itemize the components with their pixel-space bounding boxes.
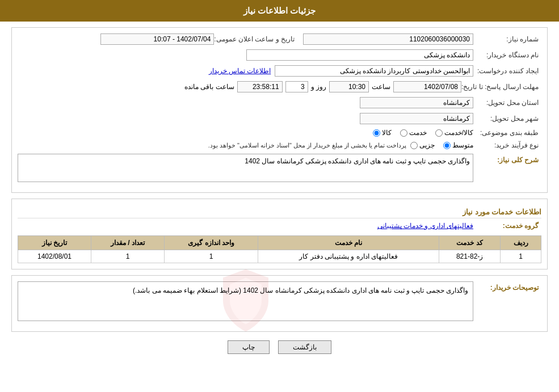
button-row: بازگشت چاپ: [11, 340, 548, 354]
table-body: 1ز-82-821فعالیتهای اداره و پشتیبانی دفتر…: [18, 250, 541, 263]
cell-name: فعالیتهای اداره و پشتیبانی دفتر کار: [258, 250, 439, 263]
category-label: طبقه بندی موضوعی:: [473, 129, 541, 137]
buyer-notes-label: توصیحات خریدار:: [473, 281, 541, 292]
cell-unit: 1: [164, 250, 258, 263]
service-group-label: گروه خدمت:: [473, 222, 541, 230]
deadline-time-input[interactable]: [329, 81, 369, 92]
services-section: اطلاعات خدمات مورد نیاز گروه خدمت: فعالی…: [11, 199, 548, 269]
city-input[interactable]: [360, 113, 473, 124]
page-title: جزئیات اطلاعات نیاز: [243, 6, 316, 15]
announce-label: تاریخ و ساعت اعلان عمومی:: [214, 35, 297, 43]
purchase-type-radio-group: متوسط جزیی: [410, 141, 473, 149]
announce-input[interactable]: [100, 33, 214, 45]
col-unit: واحد اندازه گیری: [164, 236, 258, 250]
row-need-description: شرح کلی نیاز:: [18, 154, 541, 182]
province-input[interactable]: [360, 97, 473, 108]
deadline-label: مهلت ارسال پاسخ: تا تاریخ:: [461, 83, 541, 91]
cell-quantity: 1: [91, 250, 165, 263]
category-option-kala-khedmat[interactable]: کالا/خدمت: [435, 129, 473, 137]
buyer-notes-section: توصیحات خریدار: واگذاری حجمی تایپ و ثبت …: [11, 275, 548, 332]
services-title: اطلاعات خدمات مورد نیاز: [18, 205, 541, 218]
col-name: نام خدمت: [258, 236, 439, 250]
jozi-label: جزیی: [419, 141, 435, 149]
services-table: ردیف کد خدمت نام خدمت واحد اندازه گیری ت…: [18, 235, 541, 263]
service-group-value[interactable]: فعالیتهای اداری و خدمات پشتیبانی: [377, 222, 473, 230]
row-creator: ایجاد کننده درخواست: اطلاعات تماس خریدار: [18, 65, 541, 77]
back-button[interactable]: بازگشت: [278, 340, 331, 354]
radio-kala[interactable]: [373, 129, 380, 137]
row-city: شهر محل تحویل:: [18, 113, 541, 124]
need-description-label: شرح کلی نیاز:: [473, 154, 541, 164]
col-row: ردیف: [501, 236, 541, 250]
payment-note: پرداخت تمام یا بخشی از مبلغ خریدار از مح…: [208, 142, 407, 149]
motavasset-label: متوسط: [452, 141, 473, 149]
need-description-textarea[interactable]: [18, 154, 473, 182]
order-number-label: شماره نیاز:: [473, 35, 541, 43]
cell-date: 1402/08/01: [18, 250, 91, 263]
radio-jozi[interactable]: [410, 142, 418, 149]
buyer-input[interactable]: [246, 49, 473, 61]
col-date: تاریخ نیاز: [18, 236, 91, 250]
purchase-type-label: نوع فرآیند خرید:: [473, 141, 541, 149]
deadline-days-input[interactable]: [285, 81, 308, 92]
contact-link[interactable]: اطلاعات تماس خریدار: [209, 67, 271, 75]
row-buyer: نام دستگاه خریدار:: [18, 49, 541, 61]
category-option-khedmat[interactable]: خدمت: [400, 129, 427, 137]
row-purchase-type: نوع فرآیند خرید: متوسط جزیی پرداخت تمام …: [18, 141, 541, 149]
buyer-notes-text: واگذاری حجمی تایپ و ثبت نامه های اداری د…: [133, 286, 468, 294]
order-number-input[interactable]: [303, 33, 473, 45]
purchase-type-option-jozi[interactable]: جزیی: [410, 141, 435, 149]
main-form-section: شماره نیاز: تاریخ و ساعت اعلان عمومی: نا…: [11, 27, 548, 193]
category-option-kala[interactable]: کالا: [373, 129, 392, 137]
row-province: استان محل تحویل:: [18, 97, 541, 108]
row-deadline: مهلت ارسال پاسخ: تا تاریخ: ساعت روز و سا…: [18, 81, 541, 92]
buyer-notes-box: واگذاری حجمی تایپ و ثبت نامه های اداری د…: [18, 281, 473, 321]
table-row: 1ز-82-821فعالیتهای اداره و پشتیبانی دفتر…: [18, 250, 541, 263]
province-label: استان محل تحویل:: [473, 99, 541, 107]
row-category: طبقه بندی موضوعی: کالا/خدمت خدمت کالا: [18, 129, 541, 137]
print-button[interactable]: چاپ: [228, 340, 270, 354]
radio-khedmat[interactable]: [400, 129, 407, 137]
cell-row: 1: [501, 250, 541, 263]
row-service-group: گروه خدمت: فعالیتهای اداری و خدمات پشتیب…: [18, 222, 541, 230]
khedmat-label: خدمت: [409, 129, 427, 137]
radio-kala-khedmat[interactable]: [435, 129, 443, 137]
time-label-static: ساعت: [372, 83, 390, 91]
kala-khedmat-label: کالا/خدمت: [444, 129, 473, 137]
content-area: شماره نیاز: تاریخ و ساعت اعلان عمومی: نا…: [0, 22, 559, 365]
remaining-label: ساعت باقی مانده: [184, 83, 234, 91]
row-order-announce: شماره نیاز: تاریخ و ساعت اعلان عمومی:: [18, 33, 541, 45]
services-table-section: ردیف کد خدمت نام خدمت واحد اندازه گیری ت…: [18, 235, 541, 263]
col-code: کد خدمت: [439, 236, 501, 250]
deadline-group: ساعت روز و ساعت باقی مانده: [184, 81, 461, 92]
radio-motavasset[interactable]: [443, 142, 451, 149]
creator-input[interactable]: [275, 65, 473, 77]
cell-code: ز-82-821: [439, 250, 501, 263]
page-header: جزئیات اطلاعات نیاز: [0, 0, 559, 22]
days-label: روز و: [311, 83, 326, 91]
creator-label: ایجاد کننده درخواست:: [473, 67, 541, 75]
deadline-date-input[interactable]: [393, 81, 461, 92]
deadline-remaining-input[interactable]: [237, 81, 283, 92]
buyer-label: نام دستگاه خریدار:: [473, 51, 541, 59]
col-qty: تعداد / مقدار: [91, 236, 165, 250]
page-wrapper: جزئیات اطلاعات نیاز شماره نیاز: تاریخ و …: [0, 0, 559, 392]
category-radio-group: کالا/خدمت خدمت کالا: [373, 129, 473, 137]
table-header: ردیف کد خدمت نام خدمت واحد اندازه گیری ت…: [18, 236, 541, 250]
watermark-icon: [212, 267, 280, 336]
city-label: شهر محل تحویل:: [473, 115, 541, 123]
purchase-type-option-motavasset[interactable]: متوسط: [443, 141, 473, 149]
kala-label: کالا: [382, 129, 392, 137]
row-buyer-notes: توصیحات خریدار: واگذاری حجمی تایپ و ثبت …: [18, 281, 541, 321]
